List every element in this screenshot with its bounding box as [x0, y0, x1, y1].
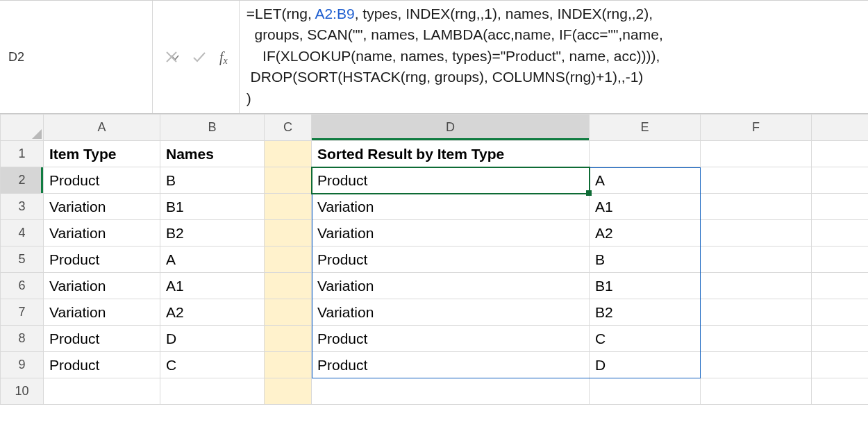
cell-D8[interactable]: Product [312, 326, 590, 352]
cell-F5[interactable] [701, 246, 812, 273]
cell-A6[interactable]: Variation [44, 273, 160, 299]
cell-E5[interactable]: B [590, 246, 701, 273]
cell-C1[interactable] [265, 141, 312, 167]
cell-A10[interactable] [44, 378, 160, 405]
cell-D6[interactable]: Variation [312, 273, 590, 299]
cell-E3[interactable]: A1 [590, 194, 701, 220]
cell-D3[interactable]: Variation [312, 194, 590, 220]
cell-B1[interactable]: Names [160, 141, 265, 167]
cell-F10[interactable] [701, 378, 812, 405]
cell-G9[interactable] [812, 352, 869, 378]
col-header-C[interactable]: C [265, 115, 312, 141]
row-header-1[interactable]: 1 [1, 141, 44, 167]
cell-D7[interactable]: Variation [312, 299, 590, 326]
cell-F8[interactable] [701, 326, 812, 352]
cell-B6[interactable]: A1 [160, 273, 265, 299]
cell-D5[interactable]: Product [312, 246, 590, 273]
row-header-5[interactable]: 5 [1, 246, 44, 273]
cell-B4[interactable]: B2 [160, 220, 265, 246]
cancel-icon[interactable] [164, 49, 179, 65]
cell-D4[interactable]: Variation [312, 220, 590, 246]
row-header-8[interactable]: 8 [1, 326, 44, 352]
cell-F4[interactable] [701, 220, 812, 246]
cell-C7[interactable] [265, 299, 312, 326]
cell-E8[interactable]: C [590, 326, 701, 352]
cell-C4[interactable] [265, 220, 312, 246]
select-all-corner[interactable] [1, 115, 44, 141]
cell-G1[interactable] [812, 141, 869, 167]
cell-B5[interactable]: A [160, 246, 265, 273]
cell-A7[interactable]: Variation [44, 299, 160, 326]
formula-bar-buttons: fx [153, 1, 240, 113]
cell-C8[interactable] [265, 326, 312, 352]
row-header-6[interactable]: 6 [1, 273, 44, 299]
row-header-7[interactable]: 7 [1, 299, 44, 326]
cell-C2[interactable] [265, 167, 312, 194]
formula-bar-area: fx =LET(rng, A2:B9, types, INDEX(rng,,1)… [0, 0, 868, 114]
cell-B9[interactable]: C [160, 352, 265, 378]
cell-G4[interactable] [812, 220, 869, 246]
fx-icon[interactable]: fx [219, 49, 228, 65]
col-header-B[interactable]: B [160, 115, 265, 141]
cell-B7[interactable]: A2 [160, 299, 265, 326]
col-header-E[interactable]: E [590, 115, 701, 141]
cell-A3[interactable]: Variation [44, 194, 160, 220]
row-header-3[interactable]: 3 [1, 194, 44, 220]
cell-G10[interactable] [812, 378, 869, 405]
col-header-G[interactable] [812, 115, 869, 141]
cell-G7[interactable] [812, 299, 869, 326]
row-header-9[interactable]: 9 [1, 352, 44, 378]
row-header-10[interactable]: 10 [1, 378, 44, 405]
cell-C6[interactable] [265, 273, 312, 299]
cell-E2[interactable]: A [590, 167, 701, 194]
cell-B8[interactable]: D [160, 326, 265, 352]
row-header-4[interactable]: 4 [1, 220, 44, 246]
cell-F2[interactable] [701, 167, 812, 194]
cell-C10[interactable] [265, 378, 312, 405]
cell-F7[interactable] [701, 299, 812, 326]
cell-E10[interactable] [590, 378, 701, 405]
cell-B3[interactable]: B1 [160, 194, 265, 220]
cell-D2[interactable]: Product [312, 167, 590, 194]
cell-B10[interactable] [160, 378, 265, 405]
cell-E1[interactable] [590, 141, 701, 167]
cell-A4[interactable]: Variation [44, 220, 160, 246]
cell-A1[interactable]: Item Type [44, 141, 160, 167]
name-box[interactable] [7, 49, 171, 65]
name-box-container [0, 1, 153, 113]
cell-G2[interactable] [812, 167, 869, 194]
cell-E9[interactable]: D [590, 352, 701, 378]
row-header-2[interactable]: 2 [1, 167, 44, 194]
cell-G6[interactable] [812, 273, 869, 299]
enter-icon[interactable] [192, 49, 207, 65]
cell-G8[interactable] [812, 326, 869, 352]
col-header-D[interactable]: D [312, 115, 590, 141]
cell-A9[interactable]: Product [44, 352, 160, 378]
formula-bar-input[interactable]: =LET(rng, A2:B9, types, INDEX(rng,,1), n… [240, 1, 868, 113]
cell-F3[interactable] [701, 194, 812, 220]
cell-G3[interactable] [812, 194, 869, 220]
cell-E4[interactable]: A2 [590, 220, 701, 246]
cell-D1[interactable]: Sorted Result by Item Type [312, 141, 590, 167]
col-header-F[interactable]: F [701, 115, 812, 141]
cell-E6[interactable]: B1 [590, 273, 701, 299]
col-header-A[interactable]: A [44, 115, 160, 141]
cell-F1[interactable] [701, 141, 812, 167]
cell-A5[interactable]: Product [44, 246, 160, 273]
cell-C3[interactable] [265, 194, 312, 220]
cell-C9[interactable] [265, 352, 312, 378]
cell-A8[interactable]: Product [44, 326, 160, 352]
cell-D9[interactable]: Product [312, 352, 590, 378]
worksheet-grid[interactable]: A B C D E F 1Item TypeNamesSorted Result… [0, 114, 868, 405]
cell-B2[interactable]: B [160, 167, 265, 194]
cell-F6[interactable] [701, 273, 812, 299]
cell-D10[interactable] [312, 378, 590, 405]
cell-E7[interactable]: B2 [590, 299, 701, 326]
cell-A2[interactable]: Product [44, 167, 160, 194]
cell-C5[interactable] [265, 246, 312, 273]
cell-G5[interactable] [812, 246, 869, 273]
cell-F9[interactable] [701, 352, 812, 378]
